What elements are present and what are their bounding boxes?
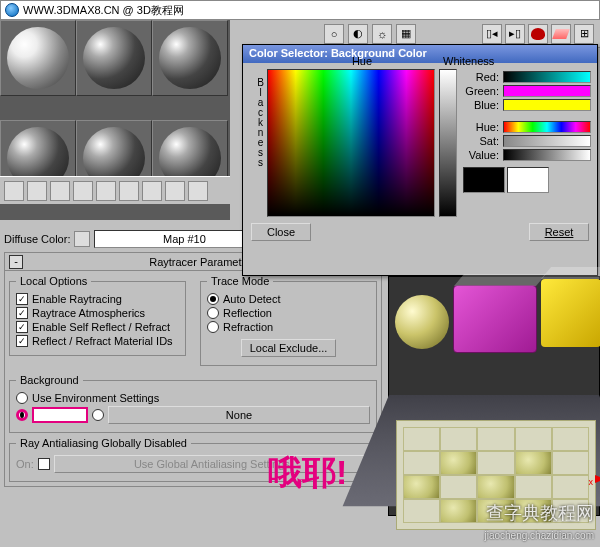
color-sliders: Red: Green: Blue: Hue: Sat: Value: xyxy=(463,69,591,217)
radio[interactable] xyxy=(207,307,219,319)
local-exclude-button[interactable]: Local Exclude... xyxy=(241,339,337,357)
sphere-object xyxy=(395,295,449,349)
collapse-icon[interactable]: - xyxy=(9,255,23,269)
none-button[interactable]: None xyxy=(108,406,370,424)
checkbox[interactable]: ✓ xyxy=(16,307,28,319)
radio-label: Refraction xyxy=(223,321,273,333)
watermark: 查字典教程网 xyxy=(486,501,594,525)
hue-label: Hue xyxy=(267,55,457,67)
teapot-icon[interactable] xyxy=(528,24,548,44)
watermark-url: jiaocheng.chazidian.com xyxy=(484,530,594,541)
value-slider[interactable] xyxy=(503,149,591,161)
eraser-icon[interactable] xyxy=(551,24,571,44)
background-color-swatch[interactable] xyxy=(32,407,88,423)
material-slot[interactable] xyxy=(76,20,152,96)
blackness-label: Blackness xyxy=(255,77,266,167)
trace-mode-legend: Trace Mode xyxy=(207,275,273,287)
cube-yellow xyxy=(541,279,600,347)
radio[interactable] xyxy=(207,293,219,305)
on-label: On: xyxy=(16,458,34,470)
sat-label: Sat: xyxy=(463,135,499,147)
tool-icon[interactable] xyxy=(27,181,47,201)
diffuse-label: Diffuse Color: xyxy=(4,233,70,245)
color-preview xyxy=(463,167,591,193)
next-icon[interactable]: ▸▯ xyxy=(505,24,525,44)
material-slot[interactable] xyxy=(0,20,76,96)
tool-icon[interactable] xyxy=(119,181,139,201)
url-text: WWW.3DMAX8.CN @ 3D教程网 xyxy=(23,3,184,18)
tool-icon[interactable] xyxy=(188,181,208,201)
cube-magenta xyxy=(453,285,537,353)
background-legend: Background xyxy=(16,374,83,386)
tool-icon[interactable] xyxy=(50,181,70,201)
local-options-group: Local Options ✓Enable Raytracing ✓Raytra… xyxy=(9,275,186,356)
eyedrop-icon[interactable] xyxy=(4,181,24,201)
material-toolbar xyxy=(0,176,230,204)
value-label: Value: xyxy=(463,149,499,161)
green-label: Green: xyxy=(463,85,499,97)
green-slider[interactable] xyxy=(503,85,591,97)
material-sphere xyxy=(83,27,145,89)
checkbox-disabled xyxy=(38,458,50,470)
hue-gradient[interactable] xyxy=(267,69,435,217)
red-label: Red: xyxy=(463,71,499,83)
material-slot[interactable] xyxy=(152,20,228,96)
tool-icon[interactable]: ◐ xyxy=(348,24,368,44)
hue2-label: Hue: xyxy=(463,121,499,133)
local-options-legend: Local Options xyxy=(16,275,91,287)
axis-arrow-icon xyxy=(595,475,600,483)
new-color xyxy=(507,167,549,193)
radio-label: Use Environment Settings xyxy=(32,392,159,404)
old-color xyxy=(463,167,505,193)
antialias-legend: Ray Antialiasing Globally Disabled xyxy=(16,437,191,449)
tool-icon[interactable] xyxy=(142,181,162,201)
checkbox-label: Enable Self Reflect / Refract xyxy=(32,321,170,333)
tool-icon[interactable]: ▦ xyxy=(396,24,416,44)
hue-slider[interactable] xyxy=(503,121,591,133)
radio[interactable] xyxy=(207,321,219,333)
reset-button[interactable]: Reset xyxy=(529,223,589,241)
eyedropper-icon[interactable] xyxy=(74,231,90,247)
whiteness-strip[interactable] xyxy=(439,69,457,217)
tool-icon[interactable] xyxy=(96,181,116,201)
whiteness-label: Whiteness xyxy=(443,55,494,67)
checkbox[interactable]: ✓ xyxy=(16,293,28,305)
sat-slider[interactable] xyxy=(503,135,591,147)
blue-label: Blue: xyxy=(463,99,499,111)
radio-selected[interactable] xyxy=(16,409,28,421)
diffuse-row: Diffuse Color: Map #10 xyxy=(4,230,274,248)
browser-icon xyxy=(5,3,19,17)
close-button[interactable]: Close xyxy=(251,223,311,241)
url-bar: WWW.3DMAX8.CN @ 3D教程网 xyxy=(0,0,600,20)
tool-icon[interactable]: ⊞ xyxy=(574,24,594,44)
axis-x-label: x xyxy=(589,477,594,487)
material-sphere xyxy=(7,27,69,89)
hue-box: Hue Whiteness Blackness xyxy=(267,69,457,217)
tool-icon[interactable] xyxy=(165,181,185,201)
tool-icon[interactable]: ☼ xyxy=(372,24,392,44)
checkbox[interactable]: ✓ xyxy=(16,321,28,333)
checkbox[interactable]: ✓ xyxy=(16,335,28,347)
material-sphere xyxy=(159,27,221,89)
prev-icon[interactable]: ▯◂ xyxy=(482,24,502,44)
background-group: Background Use Environment Settings None xyxy=(9,374,377,433)
radio-label: Auto Detect xyxy=(223,293,280,305)
checkbox-label: Reflect / Refract Material IDs xyxy=(32,335,173,347)
radio[interactable] xyxy=(16,392,28,404)
delete-icon[interactable] xyxy=(73,181,93,201)
radio-label: Reflection xyxy=(223,307,272,319)
trace-mode-group: Trace Mode Auto Detect Reflection Refrac… xyxy=(200,275,377,366)
tool-icon[interactable]: ○ xyxy=(324,24,344,44)
red-slider[interactable] xyxy=(503,71,591,83)
blue-slider[interactable] xyxy=(503,99,591,111)
color-selector-dialog: Color Selector: Background Color Hue Whi… xyxy=(242,44,598,276)
radio[interactable] xyxy=(92,409,104,421)
annotation-text: 哦耶! xyxy=(268,450,347,496)
checkbox-label: Raytrace Atmospherics xyxy=(32,307,145,319)
checkbox-label: Enable Raytracing xyxy=(32,293,122,305)
